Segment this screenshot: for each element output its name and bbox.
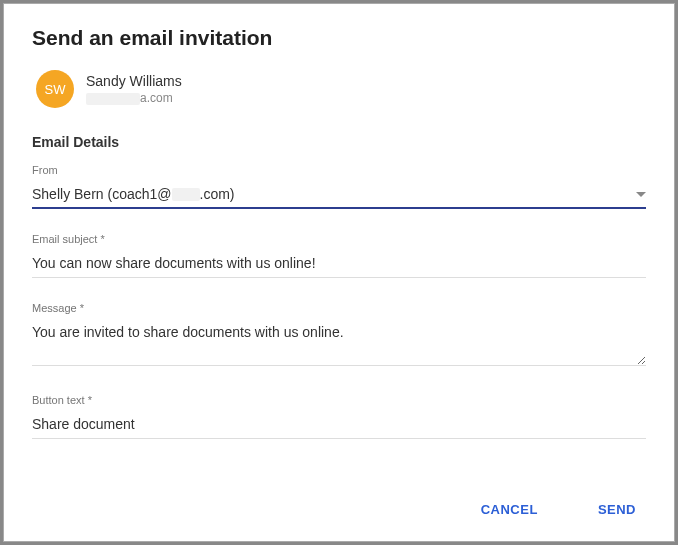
section-title: Email Details	[32, 134, 646, 150]
dialog-footer: CANCEL SEND	[32, 478, 646, 523]
subject-input[interactable]	[32, 251, 646, 278]
subject-field: Email subject *	[32, 233, 646, 278]
recipient-row: SW Sandy Williams .a.com	[32, 70, 646, 108]
dialog-title: Send an email invitation	[32, 26, 646, 50]
cancel-button[interactable]: CANCEL	[471, 496, 548, 523]
message-input[interactable]	[32, 320, 646, 366]
button-text-field: Button text *	[32, 394, 646, 439]
from-select-value: Shelly Bern (coach1@..com)	[32, 186, 636, 202]
from-select[interactable]: Shelly Bern (coach1@..com)	[32, 182, 646, 209]
chevron-down-icon	[636, 187, 646, 201]
from-value-prefix: Shelly Bern (coach1@	[32, 186, 172, 202]
avatar: SW	[36, 70, 74, 108]
from-field: From Shelly Bern (coach1@..com)	[32, 164, 646, 209]
send-button[interactable]: SEND	[588, 496, 646, 523]
redacted-email-prefix: .	[86, 93, 140, 105]
from-label: From	[32, 164, 646, 176]
recipient-info: Sandy Williams .a.com	[86, 73, 182, 105]
subject-label: Email subject *	[32, 233, 646, 245]
from-value-suffix: .com)	[200, 186, 235, 202]
redacted-domain: .	[172, 188, 200, 201]
message-label: Message *	[32, 302, 646, 314]
recipient-email: .a.com	[86, 91, 182, 105]
avatar-initials: SW	[45, 82, 66, 97]
button-text-label: Button text *	[32, 394, 646, 406]
button-text-input[interactable]	[32, 412, 646, 439]
recipient-name: Sandy Williams	[86, 73, 182, 89]
email-invitation-dialog: Send an email invitation SW Sandy Willia…	[3, 3, 675, 542]
recipient-email-suffix: a.com	[140, 91, 173, 105]
message-field: Message *	[32, 302, 646, 370]
